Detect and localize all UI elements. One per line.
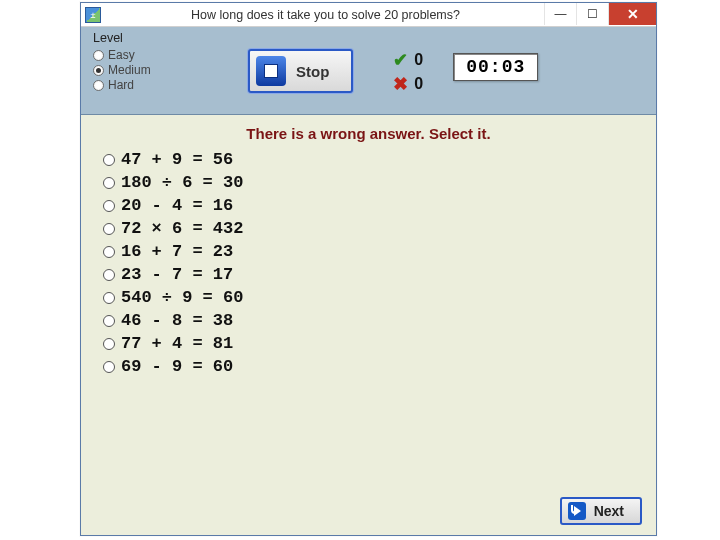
next-icon	[568, 502, 586, 520]
maximize-button[interactable]: ☐	[576, 3, 608, 25]
titlebar: ± How long does it take you to solve 20 …	[81, 3, 656, 27]
window-title: How long does it take you to solve 20 pr…	[107, 8, 544, 22]
score-correct-value: 0	[414, 51, 423, 69]
problem-text: 23 - 7 = 17	[121, 265, 233, 284]
problem-text: 180 ÷ 6 = 30	[121, 173, 243, 192]
problem-text: 77 + 4 = 81	[121, 334, 233, 353]
x-icon: ✖	[393, 73, 408, 95]
radio-icon	[103, 315, 115, 327]
minimize-button[interactable]: —	[544, 3, 576, 25]
problem-option[interactable]: 20 - 4 = 16	[103, 196, 656, 215]
timer-value: 00:03	[466, 57, 525, 77]
stop-icon	[256, 56, 286, 86]
level-group: Level Easy Medium Hard	[93, 31, 223, 93]
stop-label: Stop	[296, 63, 329, 80]
problem-text: 69 - 9 = 60	[121, 357, 233, 376]
level-option-hard[interactable]: Hard	[93, 78, 223, 92]
stop-button-wrap: Stop	[248, 49, 353, 93]
problem-option[interactable]: 77 + 4 = 81	[103, 334, 656, 353]
close-button[interactable]: ✕	[608, 3, 656, 25]
problem-option[interactable]: 180 ÷ 6 = 30	[103, 173, 656, 192]
problem-option[interactable]: 72 × 6 = 432	[103, 219, 656, 238]
radio-icon	[103, 269, 115, 281]
problem-option[interactable]: 46 - 8 = 38	[103, 311, 656, 330]
score-correct: ✔ 0	[393, 49, 423, 71]
radio-icon	[103, 338, 115, 350]
level-legend: Level	[93, 31, 223, 45]
stop-button[interactable]: Stop	[248, 49, 353, 93]
score-wrong: ✖ 0	[393, 73, 423, 95]
radio-icon	[93, 65, 104, 76]
radio-icon	[103, 177, 115, 189]
score-wrong-value: 0	[414, 75, 423, 93]
check-icon: ✔	[393, 49, 408, 71]
score-block: ✔ 0 ✖ 0	[393, 47, 423, 97]
radio-icon	[103, 223, 115, 235]
problem-option[interactable]: 23 - 7 = 17	[103, 265, 656, 284]
radio-icon	[103, 246, 115, 258]
radio-icon	[93, 80, 104, 91]
radio-icon	[103, 292, 115, 304]
radio-icon	[93, 50, 104, 61]
radio-icon	[103, 154, 115, 166]
timer-display: 00:03	[453, 53, 538, 81]
problem-option[interactable]: 69 - 9 = 60	[103, 357, 656, 376]
top-panel: Level Easy Medium Hard Stop	[81, 27, 656, 115]
level-label: Medium	[108, 63, 151, 77]
problems-list: 47 + 9 = 56 180 ÷ 6 = 30 20 - 4 = 16 72 …	[81, 150, 656, 376]
problem-text: 46 - 8 = 38	[121, 311, 233, 330]
problem-text: 540 ÷ 9 = 60	[121, 288, 243, 307]
app-icon: ±	[85, 7, 101, 23]
window-controls: — ☐ ✕	[544, 3, 656, 26]
problem-option[interactable]: 540 ÷ 9 = 60	[103, 288, 656, 307]
next-label: Next	[594, 503, 624, 519]
problem-text: 72 × 6 = 432	[121, 219, 243, 238]
problem-text: 47 + 9 = 56	[121, 150, 233, 169]
instruction-text: There is a wrong answer. Select it.	[81, 125, 656, 142]
radio-icon	[103, 200, 115, 212]
level-option-easy[interactable]: Easy	[93, 48, 223, 62]
problem-text: 16 + 7 = 23	[121, 242, 233, 261]
level-label: Easy	[108, 48, 135, 62]
next-button[interactable]: Next	[560, 497, 642, 525]
level-label: Hard	[108, 78, 134, 92]
problem-text: 20 - 4 = 16	[121, 196, 233, 215]
radio-icon	[103, 361, 115, 373]
problem-option[interactable]: 47 + 9 = 56	[103, 150, 656, 169]
app-window: ± How long does it take you to solve 20 …	[80, 2, 657, 536]
level-option-medium[interactable]: Medium	[93, 63, 223, 77]
problem-option[interactable]: 16 + 7 = 23	[103, 242, 656, 261]
